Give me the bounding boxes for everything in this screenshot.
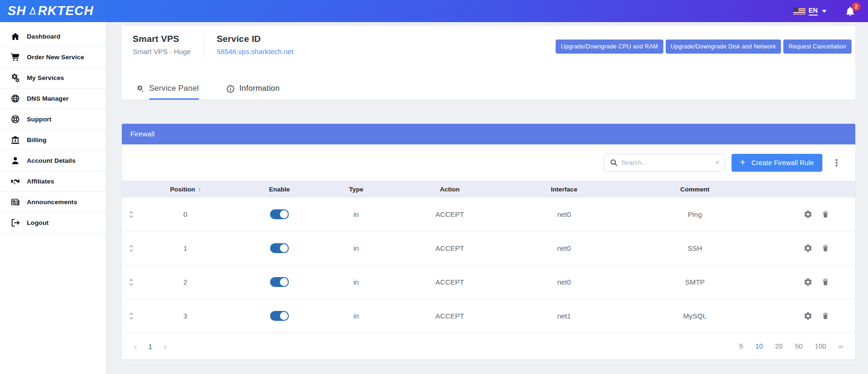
service-id-label: Service ID [216,34,293,44]
gear-icon [804,311,812,320]
cell-interface: net0 [516,244,612,252]
edit-rule-button[interactable] [804,278,812,286]
newspaper-icon [11,198,20,207]
column-position[interactable]: Position↑ [141,186,230,193]
delete-rule-button[interactable] [821,278,829,286]
cell-interface: net1 [516,312,612,320]
gears-icon [136,85,144,99]
search-icon [610,159,618,167]
cell-comment: SMTP [612,278,778,286]
search-box: × [604,154,725,172]
upgrade-disk-network-button[interactable]: Upgrade/Downgrade Disk and Network [666,40,781,54]
delete-rule-button[interactable] [821,210,829,219]
column-enable[interactable]: Enable [230,186,329,193]
enable-toggle[interactable] [270,243,289,253]
gears-icon [11,73,20,82]
sidebar-item-my-services[interactable]: My Services [0,68,106,88]
delete-rule-button[interactable] [821,244,829,253]
more-options-icon[interactable]: ⋮ [829,157,844,168]
plan-block: Smart VPS Smart VPS - Huge [133,34,204,56]
plan-subtitle: Smart VPS - Huge [133,48,191,56]
cell-type: in [329,278,383,286]
tab-information[interactable]: Information [226,84,280,100]
logo-text-suffix: RKTECH [38,4,94,18]
cell-position: 3 [141,312,230,320]
enable-toggle-cell [230,311,329,321]
enable-toggle[interactable] [270,277,289,287]
cell-interface: net0 [516,278,612,286]
drag-handle[interactable] [122,245,141,252]
gear-icon [804,278,812,286]
cell-comment: Ping [612,210,778,218]
edit-rule-button[interactable] [804,210,812,219]
main-content: Smart VPS Smart VPS - Huge Service ID 58… [106,22,868,374]
drag-handle[interactable] [122,279,141,286]
plan-title: Smart VPS [133,34,191,44]
table-row: 3 in ACCEPT net1 MySQL [122,299,855,333]
home-icon [11,32,20,41]
user-icon [11,156,20,165]
table-row: 1 in ACCEPT net0 SSH [122,231,855,265]
page-size-50[interactable]: 50 [795,342,803,350]
handshake-icon [11,177,20,186]
sidebar-item-order-new-service[interactable]: Order New Service [0,47,106,68]
column-interface[interactable]: Interface [516,186,612,193]
page-size-20[interactable]: 20 [775,342,783,350]
drag-handle[interactable] [122,312,141,320]
sort-ascending-icon: ↑ [198,186,201,193]
column-action[interactable]: Action [383,186,516,193]
previous-page-icon[interactable]: ‹ [134,342,137,351]
sidebar-item-account-details[interactable]: Account Details [0,151,106,171]
next-page-icon[interactable]: › [164,342,167,351]
service-id-link[interactable]: 58546.vps.sharktech.net [216,48,293,56]
table-row: 2 in ACCEPT net0 SMTP [122,265,855,299]
sidebar-item-logout[interactable]: Logout [0,213,106,233]
cart-icon [11,53,20,62]
tab-service-panel[interactable]: Service Panel [136,84,199,100]
column-comment[interactable]: Comment [612,186,778,193]
edit-rule-button[interactable] [804,311,812,320]
trash-icon [821,210,829,219]
create-firewall-rule-button[interactable]: + Create Firewall Rule [732,154,822,172]
bank-icon [11,135,20,144]
sidebar-item-dashboard[interactable]: Dashboard [0,26,106,47]
page-size-100[interactable]: 100 [815,342,826,350]
sign-out-icon [11,218,20,227]
sidebar-item-billing[interactable]: Billing [0,130,106,151]
enable-toggle[interactable] [270,311,289,321]
upgrade-cpu-ram-button[interactable]: Upgrade/Downgrade CPU and RAM [556,40,663,54]
clear-search-icon[interactable]: × [715,159,720,167]
firewall-toolbar: × + Create Firewall Rule ⋮ [122,144,855,181]
gear-icon [804,244,812,253]
header-divider [204,35,204,57]
sidebar-item-announcements[interactable]: Announcements [0,192,106,213]
page-size-5[interactable]: 5 [739,342,743,350]
show-all-icon[interactable]: ∞ [838,342,843,350]
sidebar-item-support[interactable]: Support [0,109,106,130]
sidebar-item-dns-manager[interactable]: DNS Manager [0,88,106,109]
enable-toggle[interactable] [270,209,289,219]
globe-icon [11,94,20,103]
edit-rule-button[interactable] [804,244,812,253]
page-size-10[interactable]: 10 [755,342,763,350]
cell-position: 2 [141,278,230,286]
current-page[interactable]: 1 [148,342,152,350]
table-row: 0 in ACCEPT net0 Ping [122,198,855,231]
enable-toggle-cell [230,209,329,219]
search-input[interactable] [621,159,711,166]
sidebar: Dashboard Order New Service My Services … [0,22,106,374]
notifications-button[interactable]: 2 [844,6,856,17]
sidebar-item-affiliates[interactable]: Affiliates [0,171,106,192]
delete-rule-button[interactable] [821,311,829,320]
trash-icon [821,311,829,320]
column-type[interactable]: Type [329,186,383,193]
life-ring-icon [11,115,20,124]
notification-count-badge: 2 [852,2,860,11]
language-selector[interactable]: EN [793,7,827,16]
cell-action: ACCEPT [383,210,516,218]
request-cancellation-button[interactable]: Request Cancellation [783,40,852,54]
drag-handle[interactable] [122,211,141,218]
cell-type: in [329,312,383,320]
enable-toggle-cell [230,277,329,287]
cell-action: ACCEPT [383,312,516,320]
